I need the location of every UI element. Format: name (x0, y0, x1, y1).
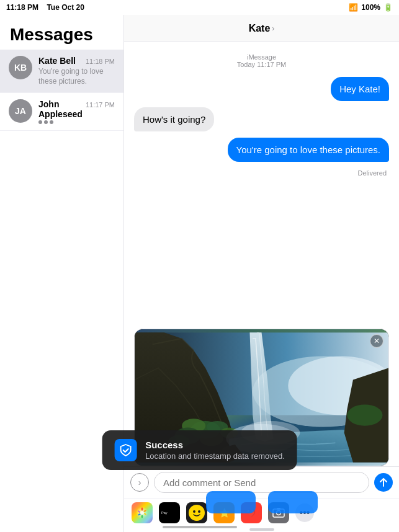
toast-description: Location and timestamp data removed. (145, 451, 285, 461)
avatar-john-appleseed: JA (9, 99, 32, 123)
date-label: Today 11:17 PM (237, 61, 287, 68)
messages-container: iMessage Today 11:17 PM Hey Kate! How's … (124, 42, 399, 329)
sidebar-title: Messages (0, 15, 123, 50)
wifi-icon: 📶 (349, 3, 358, 12)
message-row-sent-2: You're going to love these pictures. (134, 138, 389, 162)
dot1 (38, 120, 42, 124)
conversation-kate-bell[interactable]: KB Kate Bell 11:18 PM You're going to lo… (0, 50, 123, 93)
success-toast: Success Location and timestamp data remo… (102, 430, 297, 470)
conv-time-john-appleseed: 11:17 PM (86, 101, 115, 109)
dot3 (50, 120, 53, 124)
bubble-hows-it-going: How's it going? (134, 107, 214, 131)
typing-indicator (38, 120, 115, 124)
close-attachment-button[interactable]: ✕ (370, 334, 383, 348)
home-indicator (163, 526, 237, 528)
delivered-label: Delivered (134, 169, 387, 177)
send-icon (379, 478, 388, 487)
battery-label: 100% (361, 3, 380, 12)
toast-content: Success Location and timestamp data remo… (145, 440, 285, 461)
imessage-text: iMessage (247, 53, 276, 61)
bubble-hey-kate: Hey Kate! (331, 77, 389, 101)
conv-preview-kate-bell: You're going to love these pictures. (38, 67, 115, 86)
chat-header: Kate › (124, 15, 399, 42)
pill-indicator (249, 528, 274, 531)
status-bar: 11:18 PM Tue Oct 20 📶 100% 🔋 (0, 0, 399, 15)
conversation-john-appleseed[interactable]: JA John Appleseed 11:17 PM (0, 93, 123, 131)
bottom-btn-right[interactable] (268, 491, 318, 513)
message-input[interactable] (154, 472, 369, 493)
chat-contact-name[interactable]: Kate (249, 23, 271, 34)
avatar-kate-bell: KB (9, 56, 32, 79)
conv-name-john-appleseed: John Appleseed (38, 99, 86, 119)
status-time: 11:18 PM (6, 3, 38, 12)
toast-icon (114, 439, 137, 461)
message-row-sent-1: Hey Kate! (134, 77, 389, 101)
conv-name-kate-bell: Kate Bell (38, 56, 76, 66)
conv-content-kate-bell: Kate Bell 11:18 PM You're going to love … (38, 56, 115, 86)
chat-chevron-icon: › (272, 24, 274, 33)
send-button[interactable] (374, 473, 393, 492)
svg-point-12 (347, 404, 382, 425)
expand-button[interactable]: › (130, 473, 149, 492)
bubble-love-pictures: You're going to love these pictures. (228, 138, 389, 162)
status-date: Tue Oct 20 (47, 3, 84, 12)
bottom-btn-left[interactable] (206, 491, 256, 513)
shield-check-icon (119, 443, 132, 457)
service-label: iMessage Today 11:17 PM (134, 53, 389, 68)
toast-title: Success (145, 440, 285, 450)
dot2 (44, 120, 48, 124)
conv-time-kate-bell: 11:18 PM (86, 58, 115, 65)
conv-content-john-appleseed: John Appleseed 11:17 PM (38, 99, 115, 124)
message-row-received-1: How's it going? (134, 107, 389, 131)
bottom-bar (124, 491, 399, 513)
battery-icon: 🔋 (383, 3, 393, 12)
